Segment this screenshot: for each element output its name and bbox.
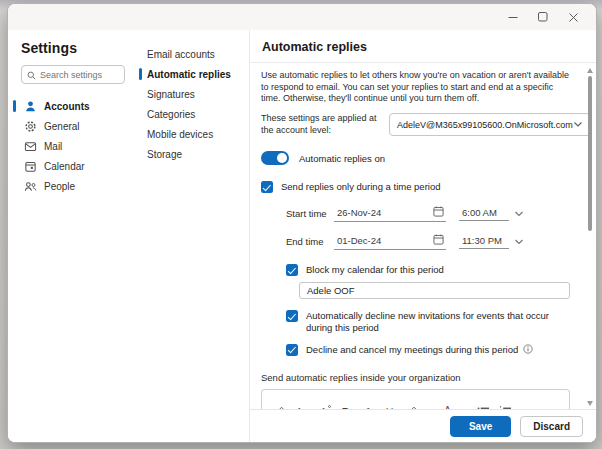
more-options-button[interactable]: ··· xyxy=(518,404,537,409)
sidebar-item-label: People xyxy=(44,181,75,192)
font-name-icon[interactable]: Aa xyxy=(292,404,311,409)
end-time-chevron-icon[interactable] xyxy=(512,236,526,248)
action-bar: Save Discard xyxy=(250,409,596,442)
search-icon xyxy=(27,66,36,84)
accounts-section-nav: Email accounts Automatic replies Signatu… xyxy=(135,30,249,442)
page-title: Automatic replies xyxy=(250,30,596,63)
chevron-down-icon xyxy=(573,120,583,130)
sidebar-nav: Accounts General Mail xyxy=(8,96,135,196)
account-dropdown-value: AdeleV@M365x99105600.OnMicrosoft.com xyxy=(397,120,573,130)
sidebar-item-accounts[interactable]: Accounts xyxy=(8,96,135,116)
block-calendar-label: Block my calendar for this period xyxy=(306,264,444,276)
sidebar-item-calendar[interactable]: Calendar xyxy=(8,156,135,176)
time-period-row: Send replies only during a time period xyxy=(261,181,570,193)
start-time-label: Start time xyxy=(286,208,334,219)
end-time-label: End time xyxy=(286,236,334,247)
end-date-value: 01-Dec-24 xyxy=(337,235,381,246)
numbered-list-icon[interactable] xyxy=(496,404,515,409)
font-size-icon[interactable]: A xyxy=(314,404,333,409)
font-color-button[interactable]: A xyxy=(438,404,457,409)
decline-invitations-label: Automatically decline new invitations fo… xyxy=(306,310,570,334)
start-time-input[interactable]: 6:00 AM xyxy=(459,206,509,221)
settings-dialog: Settings Accounts Genera xyxy=(7,3,597,443)
nav-item-email-accounts[interactable]: Email accounts xyxy=(135,44,249,64)
end-time-value: 11:30 PM xyxy=(462,235,502,246)
nav-item-storage[interactable]: Storage xyxy=(135,144,249,164)
account-scope-label: These settings are applied at the accoun… xyxy=(261,113,379,136)
settings-sidebar: Settings Accounts Genera xyxy=(8,30,135,442)
sidebar-item-label: General xyxy=(44,121,80,132)
account-dropdown[interactable]: AdeleV@M365x99105600.OnMicrosoft.com xyxy=(389,113,591,136)
bold-button[interactable]: B xyxy=(336,404,355,409)
time-period-label: Send replies only during a time period xyxy=(281,181,440,193)
settings-scroll-area: Use automatic replies to let others know… xyxy=(250,63,596,409)
automatic-replies-toggle-row: Automatic replies on xyxy=(261,151,570,165)
toggle-label: Automatic replies on xyxy=(299,153,385,164)
start-time-row: Start time 26-Nov-24 6:00 AM xyxy=(286,205,570,222)
start-time-chevron-icon[interactable] xyxy=(512,208,526,220)
mail-icon xyxy=(23,139,37,153)
calendar-picker-icon[interactable] xyxy=(433,234,444,247)
sidebar-item-general[interactable]: General xyxy=(8,116,135,136)
sidebar-item-people[interactable]: People xyxy=(8,176,135,196)
highlight-button[interactable] xyxy=(402,404,421,409)
end-date-input[interactable]: 01-Dec-24 xyxy=(334,233,446,250)
decline-invitations-row: Automatically decline new invitations fo… xyxy=(286,310,570,334)
calendar-picker-icon[interactable] xyxy=(433,206,444,219)
format-painter-icon[interactable] xyxy=(270,404,289,409)
decline-cancel-label: Decline and cancel my meetings during th… xyxy=(306,344,533,356)
nav-item-signatures[interactable]: Signatures xyxy=(135,84,249,104)
info-icon[interactable] xyxy=(523,344,533,354)
close-button[interactable] xyxy=(558,7,588,27)
people-icon xyxy=(23,179,37,193)
scroll-down-arrow-icon[interactable] xyxy=(587,401,593,406)
end-time-input[interactable]: 11:30 PM xyxy=(459,234,509,249)
calendar-icon xyxy=(23,159,37,173)
end-time-row: End time 01-Dec-24 11:30 PM xyxy=(286,233,570,250)
nav-item-mobile-devices[interactable]: Mobile devices xyxy=(135,124,249,144)
scrollbar-thumb[interactable] xyxy=(588,76,592,231)
description-text: Use automatic replies to let others know… xyxy=(261,70,570,105)
account-scope-row: These settings are applied at the accoun… xyxy=(261,113,570,136)
search-input[interactable] xyxy=(40,70,119,80)
nav-item-automatic-replies[interactable]: Automatic replies xyxy=(135,64,249,84)
scroll-up-arrow-icon[interactable] xyxy=(587,68,593,73)
sidebar-item-label: Calendar xyxy=(44,161,85,172)
block-calendar-checkbox[interactable] xyxy=(286,264,298,276)
nav-item-categories[interactable]: Categories xyxy=(135,104,249,124)
block-calendar-row: Block my calendar for this period xyxy=(286,264,570,276)
reply-editor[interactable]: Aa A B I U A xyxy=(261,389,570,409)
minimize-button[interactable] xyxy=(498,7,528,27)
automatic-replies-toggle[interactable] xyxy=(261,151,289,165)
italic-button[interactable]: I xyxy=(358,404,377,409)
title-bar xyxy=(8,4,596,30)
decline-invitations-checkbox[interactable] xyxy=(286,310,298,322)
gear-icon xyxy=(23,119,37,133)
underline-button[interactable]: U xyxy=(380,404,399,409)
start-date-input[interactable]: 26-Nov-24 xyxy=(334,205,446,222)
settings-title: Settings xyxy=(21,40,135,56)
decline-cancel-checkbox[interactable] xyxy=(286,344,298,356)
start-time-value: 6:00 AM xyxy=(462,207,497,218)
sidebar-item-mail[interactable]: Mail xyxy=(8,136,135,156)
start-date-value: 26-Nov-24 xyxy=(337,207,381,218)
maximize-button[interactable] xyxy=(528,7,558,27)
sidebar-item-label: Accounts xyxy=(44,101,90,112)
time-period-checkbox[interactable] xyxy=(261,181,273,193)
vertical-scrollbar[interactable] xyxy=(586,67,594,407)
block-title-input[interactable] xyxy=(299,282,570,299)
person-icon xyxy=(23,99,37,113)
bullet-list-icon[interactable] xyxy=(474,404,493,409)
settings-search-box[interactable] xyxy=(21,65,125,84)
decline-cancel-row: Decline and cancel my meetings during th… xyxy=(286,344,570,356)
save-button[interactable]: Save xyxy=(450,416,511,437)
automatic-replies-panel: Automatic replies Use automatic replies … xyxy=(249,30,596,442)
sidebar-item-label: Mail xyxy=(44,141,62,152)
discard-button[interactable]: Discard xyxy=(520,416,583,437)
inside-org-label: Send automatic replies inside your organ… xyxy=(261,372,570,383)
